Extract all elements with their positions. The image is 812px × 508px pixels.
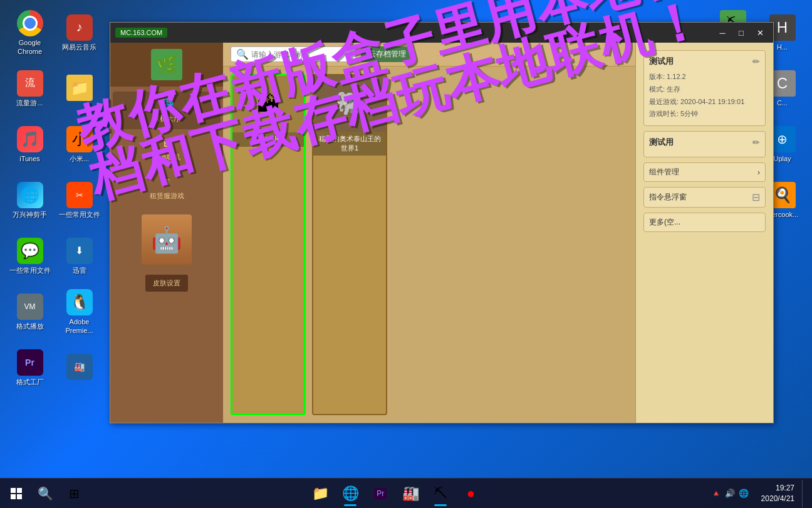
show-desktop-button[interactable] [802,480,807,507]
panel-command-action[interactable]: 指令悬浮窗 ⊟ [643,187,766,208]
pr-icon: Pr [17,349,43,376]
minimize-button[interactable]: ─ [714,26,731,39]
taskbar-center: 📁 🌐 Pr 🏭 ⛏ ● [90,480,701,507]
world2-name: 稳重的奥术泰山王的世界1 [313,132,386,156]
network-icon: 🌐 [739,489,749,498]
panel-more-action[interactable]: 更多(空... [643,213,766,232]
last-play-info: 最近游戏: 2020-04-21 19:19:01 [649,96,760,108]
sidebar-nav: 🌐 联机大厅 🖥 本地联机 ≡ 租赁服游戏 🤖 皮肤设置 [110,87,223,299]
mc-logo: 🌿 [151,49,182,80]
sidebar-item-local[interactable]: 🖥 本地联机 [113,130,221,168]
clock-time: 19:27 [776,483,794,494]
search-button[interactable]: 🔍 [31,480,59,507]
edit-button-1[interactable]: ✏ [752,56,760,66]
task-view-button[interactable]: ⊞ [60,480,88,507]
sidebar: 🌿 🌐 联机大厅 🖥 本地联机 ≡ 租赁服游戏 [110,43,223,423]
sidebar-item-rent[interactable]: ≡ 租赁服游戏 [113,169,221,207]
taskbar-app-pr[interactable]: Pr [367,480,394,507]
panel-title-1-text: 测试用 [649,56,674,67]
taskbar: 🔍 ⊞ 📁 🌐 Pr 🏭 ⛏ ● [0,478,812,508]
qq-icon: 🐧 [66,289,93,315]
desktop-icon-stream[interactable]: 流 流量游... [6,62,53,115]
idm-label: 迅雷 [73,267,86,275]
close-button[interactable]: ✕ [752,26,768,39]
panel-title-2-text: 测试用 [649,137,674,148]
wanjia-icon: ✂ [66,182,93,208]
panel-section-2: 测试用 ✏ [643,131,766,157]
titlebar-site: MC.163.COM [115,28,167,38]
desktop-icon-chrome[interactable]: Google Chrome [6,6,53,60]
desktop-icon-idm[interactable]: ⬇ 迅雷 [56,230,103,283]
world-card-2[interactable]: 🐘 稳重的奥术泰山王的世界1 [312,74,387,415]
pr-label: 格式工厂 [16,378,44,386]
version-info: 版本: 1.12.2 [649,71,760,83]
file-explorer-icon: 📁 [312,485,329,502]
sidebar-avatar[interactable]: 🤖 [142,214,192,265]
edit-button-2[interactable]: ✏ [752,137,760,147]
desktop-icon-xiaomi[interactable]: 小 小米... [56,118,103,171]
lobby-icon: 🌐 [160,98,174,112]
chrome-icon [17,10,43,36]
panel-component-action[interactable]: 组件管理 › [643,162,766,182]
taskbar-right: 🔺 🔊 🌐 19:27 2020/4/21 [701,480,812,507]
netease-icon: ♪ [66,14,93,41]
h-label: H... [777,43,788,51]
desktop-icon-qq[interactable]: 🐧 Adobe Premie... [56,285,103,339]
titlebar-controls: ─ □ ✕ [714,26,768,39]
play-time-info: 游戏时长: 5分钟 [649,108,760,120]
geshi-icon: 🏭 [66,354,93,380]
cloud-save-button[interactable]: 云存档管理 [361,46,414,62]
desktop-icon-vmware[interactable]: VM 格式播放 [6,285,53,339]
pr-taskbar-icon: Pr [374,488,387,499]
local-icon: 🖥 [161,137,172,150]
titlebar-left: MC.163.COM [115,28,167,38]
desktop-icon-geshi[interactable]: 🏭 [56,341,103,394]
desktop-icon-itunes[interactable]: 🎵 iTunes [6,118,53,171]
vmware-label: 格式播放 [16,322,44,331]
desktop-icon-pr[interactable]: Pr 格式工厂 [6,341,53,394]
taskbar-app-edge[interactable]: 🌐 [336,480,364,507]
volume-icon: 🔊 [725,489,735,498]
sys-tray-icons: 🔺 🔊 🌐 [706,489,754,498]
start-button[interactable] [3,480,30,507]
edge-taskbar-icon: 🌐 [342,485,359,502]
stream-label: 流量游... [16,99,43,107]
clock[interactable]: 19:27 2020/4/21 [756,483,799,504]
panel-title-2: 测试用 ✏ [649,137,760,148]
mc-taskbar-icon: ⛏ [434,485,447,502]
edge-icon: 🌐 [17,182,43,208]
weixin-label: 一些常用文件 [9,267,51,275]
taskbar-app-record[interactable]: ● [457,480,484,507]
xiaomi-icon: 小 [66,126,93,152]
task-view-icon: ⊞ [69,486,80,501]
rent-icon: ≡ [164,176,170,189]
windows-logo [11,488,22,499]
desktop-icon-wanjia[interactable]: ✂ 一些常用文件 [56,174,103,227]
mode-info: 模式: 生存 [649,83,760,96]
world-card-1[interactable]: 🏔 测试用 [231,74,306,415]
world1-name: 测试用 [232,132,304,147]
panel-title-1: 测试用 ✏ [649,56,760,67]
factory-taskbar-icon: 🏭 [402,485,419,502]
sidebar-item-lobby[interactable]: 🌐 联机大厅 [113,92,221,129]
desktop-icon-folder[interactable]: 📁 [56,62,103,115]
xiaomi-label: 小米... [70,155,89,163]
taskbar-app-factory[interactable]: 🏭 [397,480,424,507]
desktop-icon-weixin[interactable]: 💬 一些常用文件 [6,230,53,283]
window-body: 🌿 🌐 联机大厅 🖥 本地联机 ≡ 租赁服游戏 [110,43,773,423]
main-content: 🔍 云存档管理 🏔 测试用 🐘 稳重的奥术泰山王的世界1 [223,43,635,423]
qq-label: Adobe Premie... [58,318,100,334]
desktop-icon-edge[interactable]: 🌐 万兴神剪手 [6,174,53,227]
search-taskbar-icon: 🔍 [38,486,53,501]
toolbar: 🔍 云存档管理 [223,43,635,66]
desktop-icon-netease[interactable]: ♪ 网易云音乐 [56,6,103,60]
panel-section-1: 测试用 ✏ 版本: 1.12.2 模式: 生存 最近游戏: 2020-04-21… [643,50,766,126]
itunes-icon: 🎵 [17,126,43,152]
search-box: 🔍 [231,46,356,62]
maximize-button[interactable]: □ [733,26,749,39]
lobby-label: 联机大厅 [153,114,180,124]
taskbar-app-mc[interactable]: ⛏ [427,480,454,507]
taskbar-app-file-explorer[interactable]: 📁 [306,480,334,507]
skin-btn[interactable]: 皮肤设置 [145,275,188,292]
search-input[interactable] [251,50,350,59]
